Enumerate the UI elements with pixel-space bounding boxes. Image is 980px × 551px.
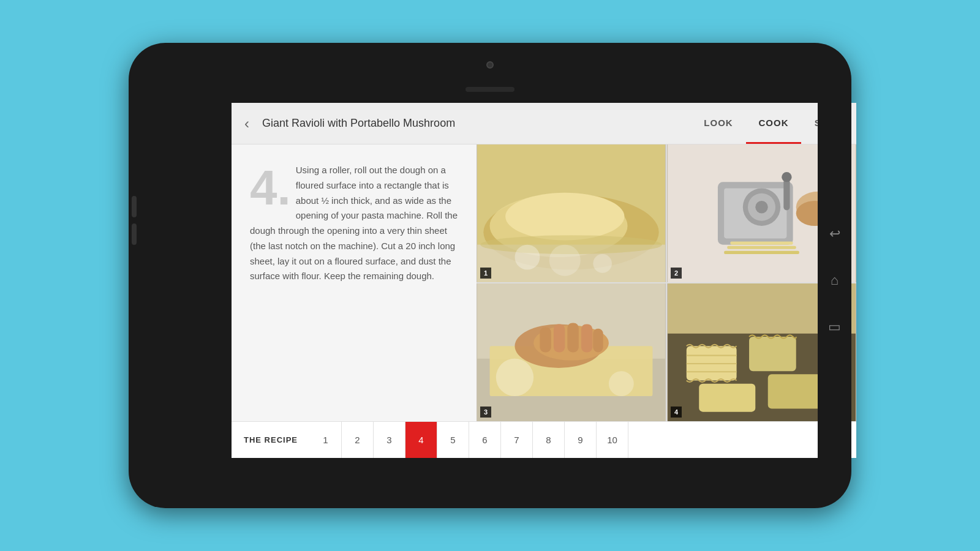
svg-rect-29: [567, 323, 578, 352]
svg-rect-17: [730, 242, 793, 245]
tab-cook[interactable]: COOK: [746, 103, 801, 144]
svg-rect-40: [749, 337, 796, 371]
back-nav-icon[interactable]: ↩: [829, 226, 840, 242]
content-area: 4. Using a roller, roll out the dough on…: [232, 144, 856, 421]
svg-rect-19: [724, 251, 799, 254]
page-btn-3[interactable]: 3: [374, 422, 405, 459]
svg-point-32: [496, 359, 533, 396]
svg-rect-28: [554, 324, 565, 352]
pagination-bar: THE RECIPE 1 2 3 4 5 6 7 8 9 10 ⚙: [232, 421, 856, 458]
page-btn-9[interactable]: 9: [565, 422, 597, 459]
svg-point-8: [549, 245, 581, 276]
recipe-title: Giant Ravioli with Portabello Mushroom: [262, 117, 691, 130]
image-cell-1[interactable]: 1: [477, 144, 666, 282]
page-buttons: 1 2 3 4 5 6 7 8 9 10: [310, 422, 820, 459]
device-nav-right: ↩ ⌂ ▭: [818, 103, 851, 458]
page-btn-4[interactable]: 4: [405, 422, 437, 459]
vol-down-button[interactable]: [132, 223, 137, 245]
svg-rect-42: [768, 374, 821, 408]
vol-up-button[interactable]: [132, 196, 137, 217]
device: ‹ Giant Ravioli with Portabello Mushroom…: [129, 43, 851, 508]
svg-point-16: [782, 172, 791, 182]
svg-point-7: [593, 254, 612, 273]
page-btn-5[interactable]: 5: [437, 422, 469, 459]
svg-point-6: [514, 245, 540, 270]
device-screen: ‹ Giant Ravioli with Portabello Mushroom…: [232, 103, 856, 458]
page-btn-8[interactable]: 8: [533, 422, 565, 459]
recent-nav-icon[interactable]: ▭: [828, 319, 841, 335]
device-speaker: [466, 87, 514, 92]
image-grid: 1: [477, 144, 856, 421]
svg-point-14: [755, 201, 767, 213]
svg-rect-18: [727, 246, 796, 249]
image-cell-3[interactable]: 3: [477, 283, 666, 421]
step-number: 4.: [250, 166, 291, 210]
svg-rect-30: [581, 324, 592, 352]
page-btn-6[interactable]: 6: [469, 422, 501, 459]
back-button[interactable]: ‹: [232, 103, 262, 144]
device-left-buttons: [132, 196, 137, 245]
page-btn-7[interactable]: 7: [501, 422, 533, 459]
home-nav-icon[interactable]: ⌂: [831, 272, 839, 288]
recipe-label: THE RECIPE: [232, 435, 310, 444]
image-number-3: 3: [480, 407, 491, 418]
page-btn-1[interactable]: 1: [310, 422, 342, 459]
svg-point-3: [505, 193, 624, 241]
svg-rect-27: [540, 328, 551, 353]
image-number-2: 2: [671, 268, 682, 279]
svg-rect-31: [593, 329, 603, 353]
text-panel: 4. Using a roller, roll out the dough on…: [232, 144, 477, 421]
tab-look[interactable]: LOOK: [691, 103, 746, 144]
image-number-4: 4: [671, 407, 682, 418]
image-number-1: 1: [480, 268, 491, 279]
app-header: ‹ Giant Ravioli with Portabello Mushroom…: [232, 103, 856, 144]
page-btn-2[interactable]: 2: [342, 422, 374, 459]
svg-rect-15: [783, 179, 790, 210]
svg-point-33: [609, 371, 634, 396]
page-btn-10[interactable]: 10: [597, 422, 628, 459]
svg-rect-41: [699, 384, 755, 412]
device-camera: [486, 61, 494, 69]
